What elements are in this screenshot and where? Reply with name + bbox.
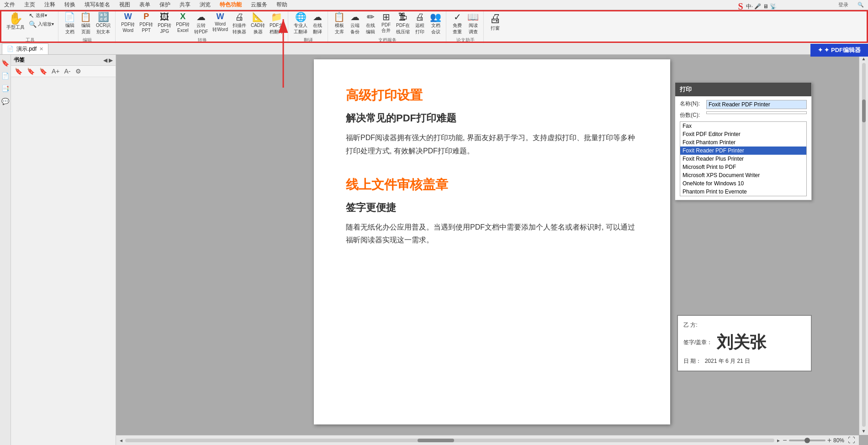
online-translate-button[interactable]: ☁ 在线翻译: [310, 11, 325, 36]
cloud-backup-icon: ☁: [350, 12, 360, 21]
tab-close-button[interactable]: ✕: [39, 46, 43, 52]
cloud-to-pdf-button[interactable]: ☁ 云转转PDF: [192, 11, 210, 36]
sidebar-expand-button[interactable]: ▶: [109, 57, 113, 63]
right-scroll-down-button[interactable]: ▼: [862, 429, 866, 434]
pro-translate-button[interactable]: 🌐 专业人工翻译: [292, 11, 309, 36]
pdf-to-word-button[interactable]: W PDF转Word: [119, 11, 137, 34]
scan-label: 扫描件转换器: [233, 22, 246, 35]
scroll-left-button[interactable]: ◂: [120, 437, 122, 444]
ribbon: ✋ 手型工具 ↖ 选择▾ 🔍 入缩放▾: [0, 10, 868, 43]
word-to-pdf-icon: W: [217, 12, 224, 21]
template-button[interactable]: 📋 模板文库: [332, 11, 347, 36]
print-copies-input[interactable]: [706, 111, 807, 114]
settings-icon[interactable]: ⚙: [74, 67, 83, 75]
menu-file[interactable]: 文件: [2, 0, 17, 10]
hand-tool-label: 手型工具: [6, 24, 25, 31]
menu-view[interactable]: 视图: [117, 0, 132, 10]
reading-icon: 📖: [467, 12, 479, 21]
print-name-label: 名称(N):: [680, 100, 703, 108]
printer-foxit-plus[interactable]: Foxit Reader Plus Printer: [680, 155, 806, 163]
menu-protect[interactable]: 保护: [158, 0, 172, 10]
hand-tool-button[interactable]: ✋ 手型工具: [5, 11, 26, 31]
right-scroll-track[interactable]: [862, 63, 866, 427]
layer-strip-icon[interactable]: 📑: [1, 85, 9, 92]
bookmark-back-icon[interactable]: 🔖: [38, 67, 48, 75]
zoom-value-label: 80%: [833, 437, 844, 444]
cad-button[interactable]: 📐 CAD转换器: [249, 11, 267, 36]
scroll-right-button[interactable]: ▸: [777, 437, 780, 444]
sidebar-title: 书签: [14, 56, 25, 64]
edit-page-button[interactable]: 📋 编辑页面: [78, 11, 93, 36]
print-window-button[interactable]: 🖨 打窗: [487, 11, 503, 32]
menu-special[interactable]: 特色功能: [218, 0, 243, 10]
remote-print-button[interactable]: 🖨 远程打印: [413, 11, 427, 36]
printer-foxit-reader[interactable]: Foxit Reader PDF Printer: [680, 147, 806, 155]
pdf-to-excel-button[interactable]: X PDF转Excel: [174, 11, 191, 34]
excel-icon: X: [180, 12, 185, 21]
menu-cloud[interactable]: 云服务: [249, 0, 269, 10]
zoom-minus-button[interactable]: −: [783, 436, 787, 445]
printer-fax[interactable]: Fax: [680, 122, 806, 130]
bookmark-icon[interactable]: 🔖: [13, 67, 24, 75]
menu-convert[interactable]: 转换: [63, 0, 77, 10]
free-check-label: 免费查重: [453, 22, 462, 35]
menu-comment[interactable]: 注释: [42, 0, 57, 10]
ocr-button[interactable]: 🔡 OCR识别文本: [94, 11, 112, 36]
select-icon: ↖: [29, 12, 34, 19]
remote-print-label: 远程打印: [415, 22, 424, 35]
printer-ms-xps[interactable]: Microsoft XPS Document Writer: [680, 171, 806, 179]
pdf-translate-button[interactable]: 📁 PDF文档翻译: [268, 11, 285, 36]
remote-print-icon: 🖨: [415, 12, 424, 21]
edit-doc-button[interactable]: 📄 编辑文档: [62, 11, 77, 36]
menu-share[interactable]: 共享: [178, 0, 192, 10]
fullscreen-button[interactable]: ⛶: [848, 436, 855, 445]
zoom-slider[interactable]: [789, 440, 826, 441]
pdf-to-jpg-button[interactable]: 🖼 PDF转JPG: [156, 11, 173, 35]
scroll-track[interactable]: [125, 439, 774, 442]
zoom-plus-button[interactable]: +: [827, 436, 831, 445]
font-size-up-icon[interactable]: A+: [50, 67, 61, 75]
edit-page-label: 编辑页面: [81, 22, 90, 35]
bookmark-strip-icon[interactable]: 🔖: [1, 59, 9, 67]
left-panel: 🔖 📄 📑 💬 书签 ◀ ▶ 🔖 🔖 🔖 A+ A- ⚙: [0, 55, 116, 445]
menu-form[interactable]: 表单: [138, 0, 152, 10]
page-strip-icon[interactable]: 📄: [1, 72, 9, 79]
pdf-editor-star: ✦: [818, 47, 825, 53]
word-to-pdf-button[interactable]: W Word转Word: [211, 11, 230, 34]
online-edit-button[interactable]: ✏ 在线编辑: [363, 11, 378, 36]
sidebar-collapse-button[interactable]: ◀: [103, 57, 107, 63]
comment-strip-icon[interactable]: 💬: [1, 98, 9, 105]
menu-help[interactable]: 帮助: [275, 0, 289, 10]
menu-browse[interactable]: 浏览: [198, 0, 212, 10]
menu-home[interactable]: 主页: [22, 0, 37, 10]
pdf-merge-button[interactable]: ⊞ PDF合并: [379, 11, 393, 35]
right-scroll-up-button[interactable]: ▲: [862, 56, 866, 61]
menu-sign[interactable]: 填写&签名: [83, 0, 112, 10]
search-area[interactable]: 🔍: [856, 1, 866, 9]
tools-buttons: ✋ 手型工具 ↖ 选择▾ 🔍 入缩放▾: [5, 11, 55, 31]
doc-meeting-button[interactable]: 👥 文档会议: [428, 11, 443, 36]
sig-date-value: 2021 年 6 月 21 日: [705, 358, 750, 364]
bookmark-add-icon[interactable]: 🔖: [26, 67, 36, 75]
zoom-button[interactable]: 🔍 入缩放▾: [27, 20, 55, 28]
printer-foxit-phantom[interactable]: Foxit Phantom Printer: [680, 138, 806, 147]
cad-icon: 📐: [252, 12, 264, 21]
login-area[interactable]: 登录: [836, 0, 850, 9]
paper-group-label: 论文助手: [456, 37, 475, 43]
cloud-pdf-icon: ☁: [196, 12, 206, 21]
print-name-input[interactable]: Foxit Reader PDF Printer: [706, 100, 807, 109]
font-size-down-icon[interactable]: A-: [63, 67, 72, 75]
printer-onenote[interactable]: OneNote for Windows 10: [680, 179, 806, 188]
scan-button[interactable]: 🖨 扫描件转换器: [231, 11, 248, 36]
select-tool-button[interactable]: ↖ 选择▾: [27, 11, 55, 20]
printer-evernote[interactable]: Phantom Print to Evernote: [680, 188, 806, 196]
pdf-to-ppt-button[interactable]: P PDF转PPT: [138, 11, 155, 34]
reading-survey-button[interactable]: 📖 阅读调查: [466, 11, 481, 36]
printer-foxit-editor[interactable]: Foxit PDF Editor Printer: [680, 130, 806, 138]
sidebar-controls: ◀ ▶: [103, 57, 113, 63]
pdf-compress-button[interactable]: 🗜 PDF在线压缩: [394, 11, 412, 36]
doc-tab[interactable]: 📄 演示.pdf ✕: [2, 43, 48, 54]
cloud-backup-button[interactable]: ☁ 云端备份: [348, 11, 362, 36]
free-check-button[interactable]: ✓ 免费查重: [450, 11, 465, 36]
printer-ms-pdf[interactable]: Microsoft Print to PDF: [680, 163, 806, 171]
